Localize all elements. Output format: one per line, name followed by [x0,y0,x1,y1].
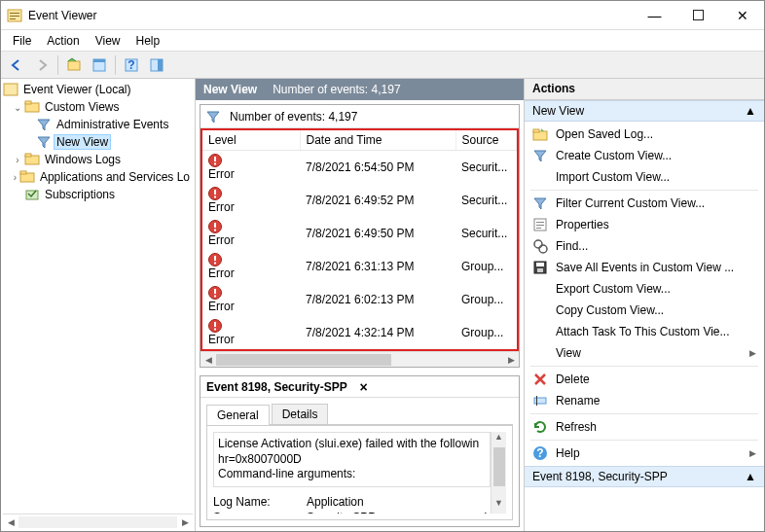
table-row[interactable]: Error7/8/2021 6:31:13 PMGroup... [202,250,517,283]
action-view-submenu[interactable]: View▶ [525,342,764,364]
action-group-event[interactable]: Event 8198, Security-SPP ▲ [525,466,764,487]
action-group-newview[interactable]: New View ▲ [525,100,764,122]
menubar: File Action View Help [1,30,764,52]
tree-label: Applications and Services Lo [37,169,193,185]
table-row[interactable]: Error7/8/2021 4:32:14 PMGroup... [202,316,517,349]
action-help[interactable]: ?Help▶ [525,443,764,464]
tree-admin-events[interactable]: Administrative Events [3,116,193,133]
forward-button[interactable] [30,53,54,77]
svg-rect-37 [214,329,216,331]
menu-file[interactable]: File [5,32,39,50]
menu-action[interactable]: Action [39,32,87,50]
scroll-right-icon[interactable]: ▶ [503,355,519,365]
maximize-button[interactable] [676,1,720,30]
show-tree-button[interactable] [62,53,86,77]
table-row[interactable]: Error7/8/2021 6:02:13 PMGroup... [202,283,517,316]
error-icon [208,253,294,266]
collapse-icon[interactable]: ▲ [745,470,756,483]
actions-header: Actions [525,79,764,100]
tree-label: Administrative Events [54,117,171,132]
scroll-left-icon[interactable]: ◀ [200,355,216,365]
svg-rect-31 [214,263,216,265]
find-icon [532,238,548,254]
action-label: Refresh [556,420,597,434]
nav-hscroll[interactable]: ◀ ▶ [3,514,193,529]
tree-root[interactable]: Event Viewer (Local) [3,81,193,98]
action-save-all-events[interactable]: Save All Events in Custom View ... [525,257,764,278]
separator [530,413,758,414]
filter-icon[interactable] [206,110,220,124]
scroll-right-icon[interactable]: ▶ [177,517,193,527]
action-delete[interactable]: Delete [525,369,764,390]
svg-rect-14 [25,101,31,104]
svg-rect-22 [214,163,216,165]
svg-rect-27 [214,223,216,228]
action-properties[interactable]: Properties [525,214,764,235]
tree-app-services[interactable]: › Applications and Services Lo [3,168,193,186]
expand-icon[interactable]: › [11,172,19,183]
action-rename[interactable]: Rename [525,390,764,411]
table-row[interactable]: Error7/8/2021 6:49:50 PMSecurit... [202,217,517,250]
subscriptions-icon [24,187,40,202]
table-row[interactable]: Error7/8/2021 6:54:50 PMSecurit... [202,151,517,185]
svg-rect-43 [536,228,541,229]
menu-view[interactable]: View [88,32,128,50]
action-copy-custom-view[interactable]: Copy Custom View... [525,300,764,321]
blank-icon [532,324,548,339]
action-find[interactable]: Find... [525,235,764,257]
kv-logname: Log Name: Application [213,495,491,509]
action-label: Import Custom View... [556,170,670,184]
tab-details[interactable]: Details [272,404,329,424]
scroll-up-icon[interactable]: ▲ [492,432,506,447]
action-create-custom-view[interactable]: Create Custom View... [525,145,764,166]
expand-icon[interactable]: › [11,155,24,165]
action-filter-current-view[interactable]: Filter Current Custom View... [525,193,764,214]
action-open-saved-log[interactable]: Open Saved Log... [525,124,764,145]
action-refresh[interactable]: Refresh [525,416,764,438]
action-pane-button[interactable] [145,53,168,77]
blank-icon [532,302,548,318]
help-button[interactable]: ? [120,53,143,77]
chevron-right-icon: ▶ [749,448,756,458]
detail-close-button[interactable]: × [360,379,514,395]
action-label: Export Custom View... [556,282,671,296]
svg-rect-3 [10,18,16,19]
col-source[interactable]: Source [455,130,517,151]
svg-rect-49 [534,398,546,404]
action-import-custom-view[interactable]: Import Custom View... [525,166,764,188]
scroll-down-icon[interactable]: ▼ [492,498,506,514]
scroll-left-icon[interactable]: ◀ [3,517,18,527]
separator [530,190,758,191]
collapse-icon[interactable]: ▲ [745,104,756,118]
back-button[interactable] [5,53,28,77]
events-hscroll[interactable]: ◀ ▶ [200,351,519,367]
svg-rect-7 [93,59,105,62]
tree-new-view[interactable]: New View [3,133,193,151]
action-label: Rename [556,394,600,408]
tree-custom-views[interactable]: ⌄ Custom Views [3,98,193,116]
action-export-custom-view[interactable]: Export Custom View... [525,278,764,300]
event-table[interactable]: Level Date and Time Source Error7/8/2021… [202,130,517,349]
tab-general[interactable]: General [206,405,270,425]
collapse-icon[interactable]: ⌄ [11,102,24,113]
action-attach-task[interactable]: Attach Task To This Custom Vie... [525,321,764,342]
close-button[interactable]: ✕ [720,1,764,30]
svg-rect-1 [10,13,19,14]
svg-rect-18 [20,171,26,174]
detail-vscroll[interactable]: ▲ ▼ [491,432,506,514]
tree-windows-logs[interactable]: › Windows Logs [3,151,193,168]
menu-help[interactable]: Help [128,32,168,50]
event-count: Number of events: 4,197 [273,83,400,96]
tree-subscriptions[interactable]: Subscriptions [3,186,193,203]
del-icon [532,372,548,387]
folder-icon [24,152,40,167]
col-date[interactable]: Date and Time [300,130,455,151]
svg-rect-48 [537,268,543,272]
properties-button[interactable] [88,53,111,77]
table-row[interactable]: Error7/8/2021 6:49:52 PMSecurit... [202,184,517,217]
minimize-button[interactable]: — [633,1,676,30]
blank-icon [532,281,548,297]
action-label: Filter Current Custom View... [556,196,705,210]
col-level[interactable]: Level [202,130,300,151]
svg-text:?: ? [536,446,543,460]
